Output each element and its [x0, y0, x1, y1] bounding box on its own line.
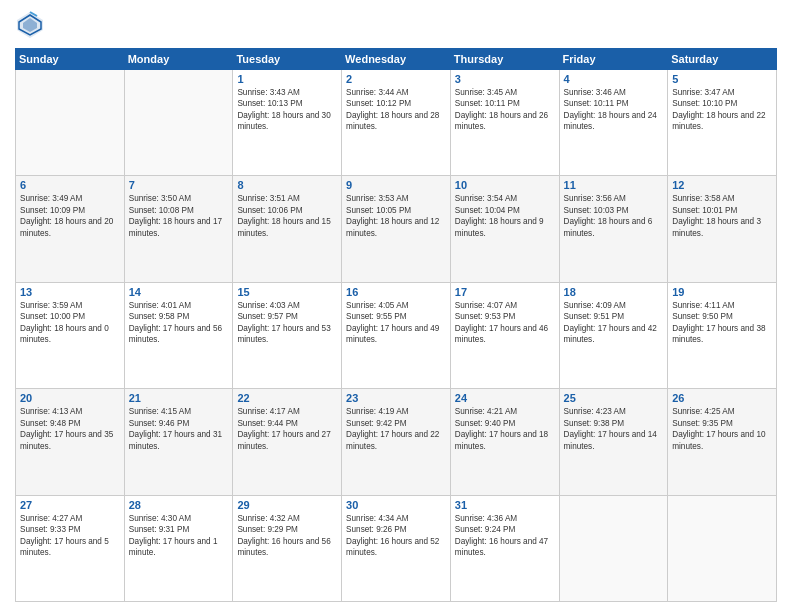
- day-info: Sunrise: 4:15 AM Sunset: 9:46 PM Dayligh…: [129, 406, 229, 452]
- calendar-table: SundayMondayTuesdayWednesdayThursdayFrid…: [15, 48, 777, 602]
- calendar-cell: 2Sunrise: 3:44 AM Sunset: 10:12 PM Dayli…: [342, 70, 451, 176]
- day-info: Sunrise: 4:27 AM Sunset: 9:33 PM Dayligh…: [20, 513, 120, 559]
- day-number: 8: [237, 179, 337, 191]
- calendar-cell: [124, 70, 233, 176]
- day-number: 14: [129, 286, 229, 298]
- calendar-cell: 9Sunrise: 3:53 AM Sunset: 10:05 PM Dayli…: [342, 176, 451, 282]
- day-number: 11: [564, 179, 664, 191]
- day-number: 6: [20, 179, 120, 191]
- calendar-cell: 19Sunrise: 4:11 AM Sunset: 9:50 PM Dayli…: [668, 282, 777, 388]
- day-info: Sunrise: 3:58 AM Sunset: 10:01 PM Daylig…: [672, 193, 772, 239]
- day-number: 31: [455, 499, 555, 511]
- day-info: Sunrise: 4:13 AM Sunset: 9:48 PM Dayligh…: [20, 406, 120, 452]
- day-number: 15: [237, 286, 337, 298]
- day-info: Sunrise: 3:49 AM Sunset: 10:09 PM Daylig…: [20, 193, 120, 239]
- day-info: Sunrise: 3:56 AM Sunset: 10:03 PM Daylig…: [564, 193, 664, 239]
- day-info: Sunrise: 3:45 AM Sunset: 10:11 PM Daylig…: [455, 87, 555, 133]
- calendar-cell: [559, 495, 668, 601]
- calendar-cell: 8Sunrise: 3:51 AM Sunset: 10:06 PM Dayli…: [233, 176, 342, 282]
- day-number: 20: [20, 392, 120, 404]
- day-info: Sunrise: 4:32 AM Sunset: 9:29 PM Dayligh…: [237, 513, 337, 559]
- day-number: 29: [237, 499, 337, 511]
- day-number: 12: [672, 179, 772, 191]
- day-info: Sunrise: 3:54 AM Sunset: 10:04 PM Daylig…: [455, 193, 555, 239]
- day-number: 28: [129, 499, 229, 511]
- day-number: 18: [564, 286, 664, 298]
- calendar-cell: 5Sunrise: 3:47 AM Sunset: 10:10 PM Dayli…: [668, 70, 777, 176]
- calendar-cell: 10Sunrise: 3:54 AM Sunset: 10:04 PM Dayl…: [450, 176, 559, 282]
- calendar-cell: 30Sunrise: 4:34 AM Sunset: 9:26 PM Dayli…: [342, 495, 451, 601]
- day-info: Sunrise: 4:07 AM Sunset: 9:53 PM Dayligh…: [455, 300, 555, 346]
- day-number: 24: [455, 392, 555, 404]
- calendar-cell: 3Sunrise: 3:45 AM Sunset: 10:11 PM Dayli…: [450, 70, 559, 176]
- day-number: 16: [346, 286, 446, 298]
- calendar-week-row: 27Sunrise: 4:27 AM Sunset: 9:33 PM Dayli…: [16, 495, 777, 601]
- day-info: Sunrise: 3:51 AM Sunset: 10:06 PM Daylig…: [237, 193, 337, 239]
- day-number: 26: [672, 392, 772, 404]
- day-info: Sunrise: 3:53 AM Sunset: 10:05 PM Daylig…: [346, 193, 446, 239]
- day-number: 23: [346, 392, 446, 404]
- calendar-cell: 18Sunrise: 4:09 AM Sunset: 9:51 PM Dayli…: [559, 282, 668, 388]
- day-number: 13: [20, 286, 120, 298]
- calendar-cell: 22Sunrise: 4:17 AM Sunset: 9:44 PM Dayli…: [233, 389, 342, 495]
- day-info: Sunrise: 4:25 AM Sunset: 9:35 PM Dayligh…: [672, 406, 772, 452]
- calendar-cell: 29Sunrise: 4:32 AM Sunset: 9:29 PM Dayli…: [233, 495, 342, 601]
- day-info: Sunrise: 3:50 AM Sunset: 10:08 PM Daylig…: [129, 193, 229, 239]
- calendar-header-row: SundayMondayTuesdayWednesdayThursdayFrid…: [16, 49, 777, 70]
- calendar-cell: 24Sunrise: 4:21 AM Sunset: 9:40 PM Dayli…: [450, 389, 559, 495]
- day-number: 9: [346, 179, 446, 191]
- calendar-cell: 6Sunrise: 3:49 AM Sunset: 10:09 PM Dayli…: [16, 176, 125, 282]
- calendar-cell: 23Sunrise: 4:19 AM Sunset: 9:42 PM Dayli…: [342, 389, 451, 495]
- day-info: Sunrise: 4:23 AM Sunset: 9:38 PM Dayligh…: [564, 406, 664, 452]
- day-info: Sunrise: 4:34 AM Sunset: 9:26 PM Dayligh…: [346, 513, 446, 559]
- calendar-cell: 13Sunrise: 3:59 AM Sunset: 10:00 PM Dayl…: [16, 282, 125, 388]
- calendar-week-row: 20Sunrise: 4:13 AM Sunset: 9:48 PM Dayli…: [16, 389, 777, 495]
- weekday-header: Tuesday: [233, 49, 342, 70]
- calendar-cell: 4Sunrise: 3:46 AM Sunset: 10:11 PM Dayli…: [559, 70, 668, 176]
- page-header: [15, 10, 777, 40]
- calendar-cell: 28Sunrise: 4:30 AM Sunset: 9:31 PM Dayli…: [124, 495, 233, 601]
- calendar-cell: 25Sunrise: 4:23 AM Sunset: 9:38 PM Dayli…: [559, 389, 668, 495]
- calendar-cell: 16Sunrise: 4:05 AM Sunset: 9:55 PM Dayli…: [342, 282, 451, 388]
- logo-icon: [15, 10, 45, 40]
- calendar-cell: 15Sunrise: 4:03 AM Sunset: 9:57 PM Dayli…: [233, 282, 342, 388]
- day-info: Sunrise: 3:46 AM Sunset: 10:11 PM Daylig…: [564, 87, 664, 133]
- day-number: 5: [672, 73, 772, 85]
- weekday-header: Saturday: [668, 49, 777, 70]
- day-info: Sunrise: 4:36 AM Sunset: 9:24 PM Dayligh…: [455, 513, 555, 559]
- day-number: 27: [20, 499, 120, 511]
- day-number: 22: [237, 392, 337, 404]
- calendar-cell: 20Sunrise: 4:13 AM Sunset: 9:48 PM Dayli…: [16, 389, 125, 495]
- day-info: Sunrise: 3:43 AM Sunset: 10:13 PM Daylig…: [237, 87, 337, 133]
- day-info: Sunrise: 4:19 AM Sunset: 9:42 PM Dayligh…: [346, 406, 446, 452]
- day-number: 1: [237, 73, 337, 85]
- day-info: Sunrise: 4:01 AM Sunset: 9:58 PM Dayligh…: [129, 300, 229, 346]
- weekday-header: Thursday: [450, 49, 559, 70]
- day-info: Sunrise: 4:21 AM Sunset: 9:40 PM Dayligh…: [455, 406, 555, 452]
- day-info: Sunrise: 4:09 AM Sunset: 9:51 PM Dayligh…: [564, 300, 664, 346]
- calendar-cell: 17Sunrise: 4:07 AM Sunset: 9:53 PM Dayli…: [450, 282, 559, 388]
- calendar-cell: 27Sunrise: 4:27 AM Sunset: 9:33 PM Dayli…: [16, 495, 125, 601]
- weekday-header: Sunday: [16, 49, 125, 70]
- day-number: 30: [346, 499, 446, 511]
- day-info: Sunrise: 4:11 AM Sunset: 9:50 PM Dayligh…: [672, 300, 772, 346]
- calendar-cell: 21Sunrise: 4:15 AM Sunset: 9:46 PM Dayli…: [124, 389, 233, 495]
- day-number: 25: [564, 392, 664, 404]
- calendar-week-row: 13Sunrise: 3:59 AM Sunset: 10:00 PM Dayl…: [16, 282, 777, 388]
- calendar-cell: [16, 70, 125, 176]
- day-number: 4: [564, 73, 664, 85]
- day-info: Sunrise: 4:17 AM Sunset: 9:44 PM Dayligh…: [237, 406, 337, 452]
- calendar-cell: 1Sunrise: 3:43 AM Sunset: 10:13 PM Dayli…: [233, 70, 342, 176]
- calendar-cell: 14Sunrise: 4:01 AM Sunset: 9:58 PM Dayli…: [124, 282, 233, 388]
- logo: [15, 10, 49, 40]
- calendar-week-row: 6Sunrise: 3:49 AM Sunset: 10:09 PM Dayli…: [16, 176, 777, 282]
- weekday-header: Friday: [559, 49, 668, 70]
- day-number: 2: [346, 73, 446, 85]
- calendar-cell: [668, 495, 777, 601]
- weekday-header: Monday: [124, 49, 233, 70]
- calendar-week-row: 1Sunrise: 3:43 AM Sunset: 10:13 PM Dayli…: [16, 70, 777, 176]
- calendar-cell: 26Sunrise: 4:25 AM Sunset: 9:35 PM Dayli…: [668, 389, 777, 495]
- weekday-header: Wednesday: [342, 49, 451, 70]
- day-number: 3: [455, 73, 555, 85]
- day-number: 21: [129, 392, 229, 404]
